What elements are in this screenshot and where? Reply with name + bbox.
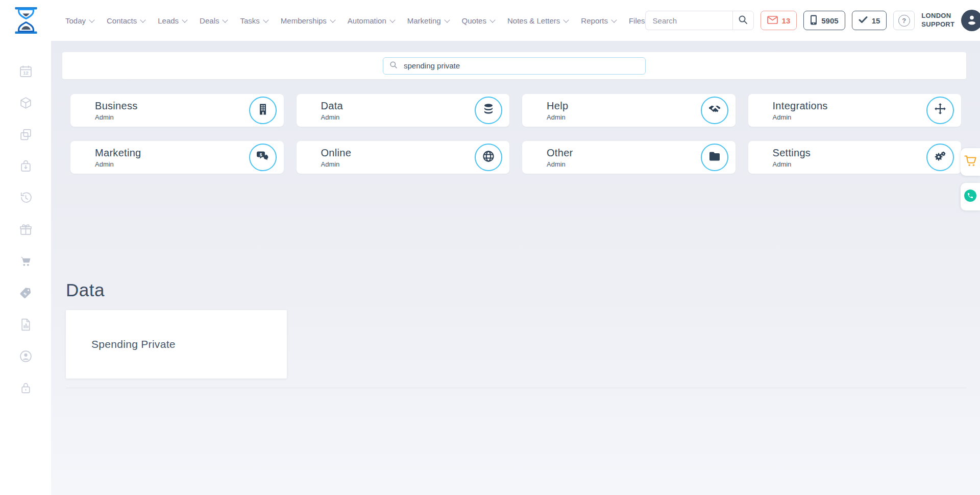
global-search [645,11,754,30]
sidebar-item-duplicates[interactable] [18,128,33,143]
help-button[interactable]: ? [893,11,915,30]
admin-filter-input[interactable] [403,61,639,70]
results-section-title: Data [66,281,980,299]
avatar[interactable] [961,10,980,31]
mail-count: 13 [782,16,791,25]
mail-badge[interactable]: 13 [761,11,797,30]
bag-download-icon [19,159,33,175]
cart-floater[interactable] [961,148,980,176]
mobile-icon [810,15,817,27]
sidebar-item-history[interactable] [18,192,33,206]
admin-card-subtitle: Admin [773,160,811,168]
sidebar-item-pricing[interactable]: $ [18,287,33,301]
cube-icon [19,96,33,112]
sidebar-item-cart[interactable] [18,255,33,269]
admin-filter-search [383,57,646,75]
chevron-down-icon [140,17,146,22]
nav-item-contacts[interactable]: Contacts [107,16,145,25]
sidebar-item-security[interactable] [18,382,33,396]
account-circle-icon [19,349,33,365]
admin-card-title: Marketing [95,147,141,159]
phone-badge[interactable]: 5905 [803,11,845,30]
admin-card-other[interactable]: Other Admin [522,141,736,174]
user-name: LONDON SUPPORT [921,12,954,29]
global-search-input[interactable] [645,11,732,30]
globe-icon [482,150,495,165]
admin-card-subtitle: Admin [95,160,141,168]
admin-card-subtitle: Admin [547,113,568,121]
sidebar-item-support[interactable] [18,350,33,364]
chevron-down-icon [444,17,450,22]
admin-card-title: Other [547,147,573,159]
price-tag-icon: $ [19,286,33,302]
chevron-down-icon [330,17,335,22]
admin-card-data[interactable]: Data Admin [297,94,510,127]
call-floater[interactable] [961,183,980,210]
nav-item-files[interactable]: Files [629,16,645,25]
admin-card-marketing[interactable]: Marketing Admin $ [70,141,284,174]
user-name-line2: SUPPORT [921,20,954,29]
tasks-badge[interactable]: 15 [852,11,887,30]
chevron-down-icon [263,17,268,22]
chevron-down-icon [611,17,617,22]
chevron-down-icon [89,17,94,22]
admin-card-subtitle: Admin [321,160,352,168]
nav-item-label: Marketing [407,16,441,25]
admin-card-help[interactable]: Help Admin [522,94,736,127]
nav-item-label: Tasks [240,16,259,25]
svg-text:12: 12 [23,70,28,76]
sidebar-item-gifts[interactable] [18,223,33,238]
nav-item-leads[interactable]: Leads [158,16,187,25]
nav-item-notes-letters[interactable]: Notes & Letters [507,16,568,25]
results-list: Spending Private [51,310,980,379]
nav-item-quotes[interactable]: Quotes [462,16,495,25]
user-name-line1: LONDON [921,12,954,20]
admin-card-title: Online [321,147,352,159]
chevron-down-icon [489,17,495,22]
copy-icon [19,128,33,144]
admin-card-settings[interactable]: Settings Admin [748,141,962,174]
nav-item-reports[interactable]: Reports [581,16,616,25]
nav-item-label: Today [65,16,86,25]
result-spending-private[interactable]: Spending Private [66,310,287,379]
nav-item-label: Contacts [107,16,137,25]
nav-item-automation[interactable]: Automation [348,16,395,25]
admin-card-business[interactable]: Business Admin [70,94,284,127]
admin-card-subtitle: Admin [321,113,343,121]
sidebar-item-reports[interactable] [18,318,33,333]
hourglass-logo-icon[interactable] [14,7,38,34]
nav-item-memberships[interactable]: Memberships [281,16,335,25]
nav-item-marketing[interactable]: Marketing [407,16,449,25]
nav-item-label: Notes & Letters [507,16,560,25]
admin-card-title: Business [95,100,138,112]
admin-card-title: Data [321,100,343,112]
nav-item-label: Automation [348,16,386,25]
admin-card-title: Settings [773,147,811,159]
svg-text:$: $ [259,152,262,157]
sidebar-item-products[interactable] [18,97,33,111]
calendar-icon: 12 [19,64,33,80]
history-icon [19,191,33,207]
nav-item-label: Quotes [462,16,486,25]
gift-icon [19,223,33,239]
admin-card-integrations[interactable]: Integrations Admin [748,94,962,127]
nav-item-label: Leads [158,16,179,25]
admin-card-online[interactable]: Online Admin [297,141,510,174]
nav-item-today[interactable]: Today [65,16,94,25]
top-header: Today Contacts Leads Deals Tasks Members… [0,0,980,41]
search-button[interactable] [732,11,754,30]
sidebar: 12 $ [0,41,51,495]
admin-card-title: Integrations [773,100,828,112]
nav-item-tasks[interactable]: Tasks [240,16,267,25]
folder-icon [708,150,721,165]
header-right: 13 5905 15 ? LONDON SUPPORT [645,10,980,31]
report-file-icon [19,318,33,334]
filter-panel [62,52,966,79]
sidebar-item-calendar[interactable]: 12 [18,65,33,79]
question-icon: ? [898,15,910,27]
nav-item-deals[interactable]: Deals [200,16,227,25]
search-icon [738,15,748,26]
gears-icon [934,150,947,165]
chat-dollar-icon: $ [256,150,270,165]
sidebar-item-orders[interactable] [18,160,33,174]
